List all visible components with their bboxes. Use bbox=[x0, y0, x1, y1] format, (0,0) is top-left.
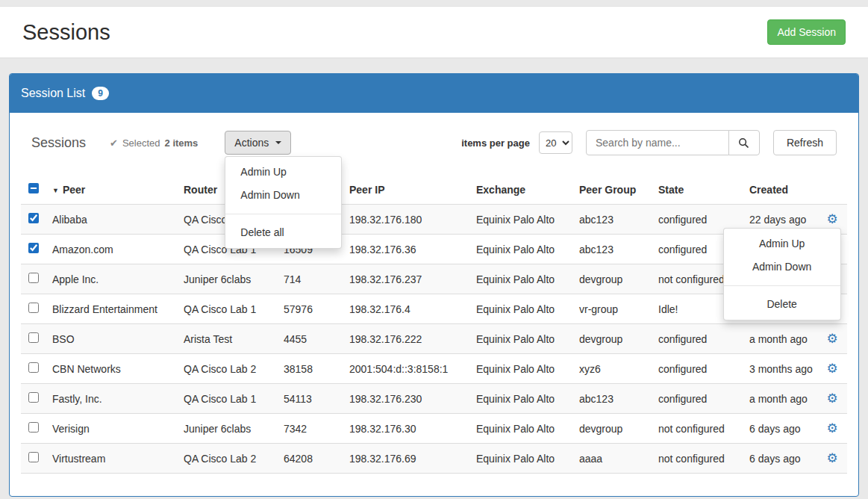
session-list-panel: Session List 9 Sessions ✔ Selected 2 ite… bbox=[9, 73, 859, 497]
cell-exchange: Equinix Palo Alto bbox=[470, 205, 573, 235]
cell-exchange: Equinix Palo Alto bbox=[470, 294, 573, 324]
page-size-select[interactable]: 20 bbox=[539, 131, 572, 154]
cell-peer-group: devgroup bbox=[573, 264, 652, 294]
cell-created: 6 days ago bbox=[743, 444, 817, 474]
items-per-page-label: items per page bbox=[461, 137, 530, 149]
cell-peer-ip: 198.32.176.180 bbox=[343, 205, 470, 235]
column-header-peer-group[interactable]: Peer Group bbox=[573, 175, 652, 205]
row-actions-gear-button[interactable]: ⚙ bbox=[826, 332, 837, 345]
check-icon: ✔ bbox=[110, 137, 118, 149]
row-checkbox[interactable] bbox=[28, 452, 39, 462]
cell-state: configured bbox=[652, 384, 743, 414]
cell-asn: 54113 bbox=[278, 384, 343, 414]
toolbar-right: items per page 20 Refresh bbox=[461, 130, 837, 155]
panel-title: Session List bbox=[21, 87, 85, 100]
cell-router: QA Cisco Lab 1 bbox=[178, 384, 278, 414]
cell-peer-group: devgroup bbox=[573, 414, 652, 444]
cell-state: not configured bbox=[652, 444, 743, 474]
row-actions-gear-button[interactable]: ⚙ bbox=[826, 362, 837, 375]
cell-peer-ip: 198.32.176.30 bbox=[343, 414, 470, 444]
column-header-peer-ip[interactable]: Peer IP bbox=[343, 175, 470, 205]
actions-menu-item-delete-all[interactable]: Delete all bbox=[225, 221, 341, 244]
selection-summary: ✔ Selected 2 items bbox=[110, 137, 198, 149]
cell-state: configured bbox=[652, 324, 743, 354]
actions-menu-item-admin-down[interactable]: Admin Down bbox=[225, 184, 341, 207]
row-actions-gear-button[interactable]: ⚙ bbox=[826, 422, 837, 435]
cell-exchange: Equinix Palo Alto bbox=[470, 354, 573, 384]
cell-asn: 4455 bbox=[278, 324, 343, 354]
actions-menu-item-admin-up[interactable]: Admin Up bbox=[225, 161, 341, 184]
cell-asn: 714 bbox=[278, 264, 343, 294]
cell-exchange: Equinix Palo Alto bbox=[470, 235, 573, 264]
cell-router: QA Cisco Lab 1 bbox=[178, 294, 278, 324]
cell-state: configured bbox=[652, 354, 743, 384]
cell-exchange: Equinix Palo Alto bbox=[470, 414, 573, 444]
cell-peer: CBN Networks bbox=[46, 354, 178, 384]
cell-router: QA Cisco Lab 2 bbox=[178, 444, 278, 474]
caret-down-icon bbox=[275, 141, 281, 144]
cell-created: 6 days ago bbox=[743, 414, 817, 444]
cell-peer: Virtustream bbox=[46, 444, 178, 474]
panel-body: Sessions ✔ Selected 2 items Actions Admi… bbox=[10, 113, 858, 496]
cell-router: Juniper 6clabs bbox=[178, 264, 278, 294]
row-checkbox[interactable] bbox=[28, 243, 39, 253]
session-count-badge: 9 bbox=[92, 87, 109, 100]
cell-router: Arista Test bbox=[178, 324, 278, 354]
cell-state: not configured bbox=[652, 414, 743, 444]
row-actions-gear-button[interactable]: ⚙ bbox=[826, 392, 837, 405]
row-checkbox[interactable] bbox=[28, 332, 39, 343]
select-all-checkbox[interactable] bbox=[28, 183, 39, 193]
row-menu-item-admin-down[interactable]: Admin Down bbox=[724, 255, 840, 279]
cell-exchange: Equinix Palo Alto bbox=[470, 324, 573, 354]
gear-icon: ⚙ bbox=[826, 421, 837, 436]
row-checkbox[interactable] bbox=[28, 213, 39, 223]
search-icon bbox=[738, 137, 749, 149]
table-row: Virtustream QA Cisco Lab 2 64208 198.32.… bbox=[21, 444, 847, 474]
cell-peer-group: vr-group bbox=[573, 294, 652, 324]
add-session-button[interactable]: Add Session bbox=[767, 19, 846, 45]
column-header-created[interactable]: Created bbox=[743, 175, 817, 205]
cell-created: a month ago bbox=[743, 384, 817, 414]
cell-peer-ip: 198.32.176.222 bbox=[343, 324, 470, 354]
row-actions-gear-button[interactable]: ⚙ bbox=[826, 452, 837, 465]
page-title: Sessions bbox=[22, 20, 110, 45]
cell-peer-ip: 198.32.176.237 bbox=[343, 264, 470, 294]
table-header-row: ▼Peer Router ASN Peer IP Exchange Peer G… bbox=[21, 175, 847, 205]
refresh-button[interactable]: Refresh bbox=[773, 130, 837, 155]
row-checkbox[interactable] bbox=[28, 273, 39, 283]
cell-peer-ip: 2001:504:d::3:8158:1 bbox=[343, 354, 470, 384]
actions-dropdown: Actions Admin Up Admin Down Delete all bbox=[225, 131, 291, 155]
cell-peer-ip: 198.32.176.230 bbox=[343, 384, 470, 414]
sessions-table: ▼Peer Router ASN Peer IP Exchange Peer G… bbox=[21, 175, 847, 474]
row-checkbox[interactable] bbox=[28, 422, 39, 433]
row-menu-item-delete[interactable]: Delete bbox=[724, 293, 840, 316]
cell-exchange: Equinix Palo Alto bbox=[470, 384, 573, 414]
table-row: CBN Networks QA Cisco Lab 2 38158 2001:5… bbox=[21, 354, 847, 384]
row-checkbox[interactable] bbox=[28, 392, 39, 403]
row-checkbox[interactable] bbox=[28, 362, 39, 373]
cell-peer-ip: 198.32.176.36 bbox=[343, 235, 470, 264]
column-header-peer[interactable]: ▼Peer bbox=[46, 175, 178, 205]
cell-peer: Fastly, Inc. bbox=[46, 384, 178, 414]
cell-peer-group: abc123 bbox=[573, 235, 652, 264]
cell-peer: BSO bbox=[46, 324, 178, 354]
menu-divider bbox=[225, 214, 341, 214]
cell-peer-group: abc123 bbox=[573, 205, 652, 235]
search-button[interactable] bbox=[728, 130, 760, 155]
cell-exchange: Equinix Palo Alto bbox=[470, 264, 573, 294]
column-header-exchange[interactable]: Exchange bbox=[470, 175, 573, 205]
table-title: Sessions bbox=[31, 135, 86, 151]
cell-asn: 64208 bbox=[278, 444, 343, 474]
column-header-state[interactable]: State bbox=[652, 175, 743, 205]
search-input[interactable] bbox=[586, 130, 729, 155]
actions-button[interactable]: Actions bbox=[225, 131, 291, 155]
row-menu-item-admin-up[interactable]: Admin Up bbox=[724, 232, 840, 255]
menu-divider bbox=[724, 285, 840, 286]
cell-router: QA Cisco Lab 2 bbox=[178, 354, 278, 384]
cell-peer: Amazon.com bbox=[46, 235, 178, 264]
cell-peer-group: devgroup bbox=[573, 324, 652, 354]
row-checkbox[interactable] bbox=[28, 303, 39, 313]
row-actions-gear-button[interactable]: ⚙ bbox=[826, 213, 837, 226]
cell-exchange: Equinix Palo Alto bbox=[470, 444, 573, 474]
gear-icon: ⚙ bbox=[826, 362, 837, 376]
